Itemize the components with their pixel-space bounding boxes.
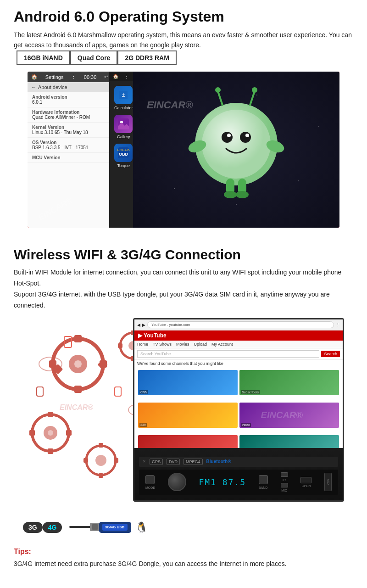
band-button[interactable] <box>259 475 268 484</box>
svg-rect-38 <box>74 335 82 342</box>
settings-topbar: 🏠 Settings ⋮ 00:30 ↩ <box>28 72 112 82</box>
mpeg4-logo: MPEG4 <box>184 459 203 465</box>
svg-text:EINCAR®: EINCAR® <box>60 403 93 411</box>
svg-point-33 <box>224 191 237 198</box>
svg-point-34 <box>236 191 249 198</box>
youtube-search-btn[interactable]: Search <box>321 351 340 357</box>
app-item-gallery[interactable]: Gallery <box>111 113 136 141</box>
svg-rect-71 <box>92 524 98 530</box>
mic-button[interactable] <box>281 483 288 487</box>
tips-text: 3G/4G internet need extra purchase 3G/4G… <box>14 559 353 570</box>
youtube-nav: Home TV Shows Movies Upload My Account <box>134 341 343 348</box>
svg-rect-64 <box>99 443 103 448</box>
car-unit-bottom: ✕ GPS DVD MPEG4 Bluetooth® MODE FM1 87.5 <box>134 448 343 502</box>
svg-rect-49 <box>66 430 72 436</box>
wifi-watermark: EINCAR® <box>261 410 303 420</box>
yt-thumb-1: CNN <box>138 370 238 395</box>
youtube-search: Search YouTube... Search <box>134 348 343 360</box>
svg-point-37 <box>74 360 82 368</box>
band-label: BAND <box>259 486 268 489</box>
youtube-logo: ▶ YouTube <box>138 332 167 339</box>
settings-back-icon: ↩ <box>104 74 108 80</box>
svg-point-20 <box>202 110 271 179</box>
svg-rect-50 <box>29 430 35 436</box>
youtube-content: CNN Subscribers 239 Video Late Show <box>134 367 343 448</box>
yt-thumb-6: Trending <box>239 435 339 448</box>
yt-nav-home: Home <box>137 342 148 347</box>
svg-point-21 <box>222 132 233 143</box>
calculator-icon: ± <box>114 86 133 104</box>
app-item-torque[interactable]: OBDCHECK Torque <box>111 142 136 174</box>
svg-point-22 <box>240 132 251 143</box>
dvd-logo: DVD <box>167 459 180 465</box>
wifi-title: Wireless WIFI & 3G/4G Connection <box>14 247 353 263</box>
usb-dongle-svg: 3G/4G USB <box>69 518 133 537</box>
volume-knob[interactable] <box>168 473 186 491</box>
mode-button[interactable] <box>145 475 155 484</box>
tips-section: Tips: 3G/4G internet need extra purchase… <box>0 541 367 579</box>
svg-rect-66 <box>114 458 118 463</box>
svg-rect-56 <box>118 343 122 348</box>
mcu-row: MCU Version <box>28 153 112 163</box>
browser-forward: ▶ <box>142 323 145 327</box>
ir-label: IR <box>283 478 286 482</box>
torque-icon: OBDCHECK <box>114 144 133 162</box>
settings-home-icon: 🏠 <box>31 74 38 80</box>
yt-recommended-text: We've found some channels that you might… <box>134 360 343 367</box>
svg-line-27 <box>250 91 255 105</box>
open-button[interactable] <box>300 477 311 483</box>
android-mascot-panel: EINCAR® <box>133 72 339 228</box>
yt-nav-movies: Movies <box>176 342 189 347</box>
svg-text:3G/4G USB: 3G/4G USB <box>105 525 125 529</box>
yt-thumb-3: 239 <box>138 403 238 428</box>
car-unit: ◀ ▶ YouTube - youtube.com ⋮ ▶ YouTube Ho… <box>133 318 344 502</box>
calculator-label: Calculator <box>114 106 133 110</box>
yt-thumb-1-label: CNN <box>139 390 148 394</box>
gallery-label: Gallery <box>117 134 130 139</box>
mode-label: MODE <box>145 486 155 489</box>
youtube-search-input: Search YouTube... <box>137 350 319 358</box>
svg-rect-48 <box>48 448 53 454</box>
app-item-calculator[interactable]: ± Calculator <box>111 84 136 112</box>
open-label: OPEN <box>301 484 311 487</box>
yt-thumb-2-label: Subscribers <box>241 390 260 394</box>
spec-badge-quad: Quad Core <box>70 50 118 65</box>
yt-nav-tvshows: TV Shows <box>153 342 172 347</box>
wifi-desc1: Built-in WIFI Module for internet connec… <box>14 267 353 311</box>
browser-toolbar: ◀ ▶ YouTube - youtube.com ⋮ <box>134 319 343 330</box>
gps-logo: GPS <box>150 459 163 465</box>
spec-badges: 16GB iNAND Quad Core 2G DDR3 RAM <box>17 50 177 65</box>
ir-button[interactable] <box>281 472 288 477</box>
extra-controls: IR MIC <box>281 472 288 492</box>
app-menu-icon: ⋮ <box>124 74 129 79</box>
svg-line-25 <box>218 91 222 105</box>
svg-rect-58 <box>115 387 121 396</box>
kernel-row: Kernel Version Linux 3.10.65 - Thu May 1… <box>28 123 112 138</box>
svg-point-63 <box>95 455 106 466</box>
android-title: Android 6.0 Operating System <box>14 8 353 25</box>
connectivity-row: 3G 4G 3G/4G USB 🐧 <box>23 518 353 537</box>
svg-point-26 <box>215 87 221 93</box>
spec-badge-inand: 16GB iNAND <box>17 50 70 65</box>
aux-label: AUX <box>327 479 330 485</box>
mic-label: MIC <box>281 489 287 492</box>
yt-thumb-3-label: 239 <box>139 423 147 427</box>
svg-text:±: ± <box>122 92 125 98</box>
usb-dongle-area: 3G/4G USB 🐧 <box>69 518 148 537</box>
settings-menu-icon: ⋮ <box>71 74 76 80</box>
spec-badge-ram: 2G DDR3 RAM <box>117 50 176 65</box>
badge-3g: 3G <box>23 522 43 533</box>
car-logos: ✕ GPS DVD MPEG4 Bluetooth® <box>139 457 338 467</box>
marshmallow-character <box>172 84 300 215</box>
svg-text:OBD: OBD <box>119 152 128 157</box>
hardware-row: Hardware Information Quad Core AllWinner… <box>28 107 112 123</box>
yt-nav-upload: Upload <box>194 342 207 347</box>
yt-thumb-2: Subscribers <box>239 370 339 395</box>
yt-nav-myaccount: My Account <box>211 342 233 347</box>
android-screenshot-area: 🏠 Settings ⋮ 00:30 ↩ ← About device Andr… <box>28 72 339 228</box>
android-description: The latest Android 6.0 Marshmallow opera… <box>14 30 353 65</box>
bluetooth-logo: Bluetooth® <box>206 459 231 464</box>
right-controls: BAND <box>259 475 268 489</box>
wifi-section: Wireless WIFI & 3G/4G Connection Built-i… <box>0 237 367 541</box>
svg-point-28 <box>252 87 257 93</box>
